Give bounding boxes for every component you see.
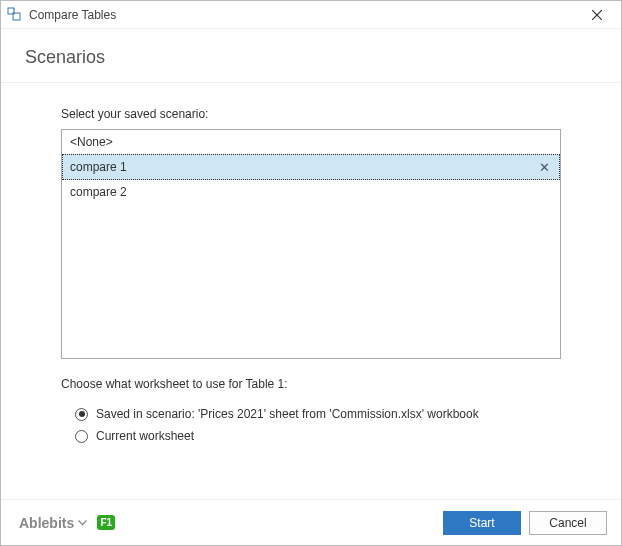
page-title: Scenarios — [25, 47, 597, 68]
scenario-label: Select your saved scenario: — [61, 107, 561, 121]
scenario-item-label: <None> — [70, 135, 113, 149]
cancel-button[interactable]: Cancel — [529, 511, 607, 535]
radio-current-worksheet[interactable]: Current worksheet — [75, 429, 561, 443]
start-button[interactable]: Start — [443, 511, 521, 535]
titlebar: Compare Tables — [1, 1, 621, 29]
radio-saved-scenario[interactable]: Saved in scenario: 'Prices 2021' sheet f… — [75, 407, 561, 421]
worksheet-label: Choose what worksheet to use for Table 1… — [61, 377, 561, 391]
scenario-item-compare-2[interactable]: compare 2 ✕ — [62, 180, 560, 204]
radio-label: Current worksheet — [96, 429, 194, 443]
worksheet-radios: Saved in scenario: 'Prices 2021' sheet f… — [61, 399, 561, 443]
scenario-item-label: compare 2 — [70, 185, 127, 199]
header: Scenarios — [1, 29, 621, 83]
scenario-item-none[interactable]: <None> ✕ — [62, 130, 560, 154]
scenario-item-compare-1[interactable]: compare 1 ✕ — [62, 154, 560, 180]
scenario-item-label: compare 1 — [70, 160, 127, 174]
scenario-listbox[interactable]: <None> ✕ compare 1 ✕ compare 2 ✕ — [61, 129, 561, 359]
radio-icon — [75, 408, 88, 421]
content: Select your saved scenario: <None> ✕ com… — [1, 83, 621, 499]
app-icon — [7, 7, 23, 23]
worksheet-section: Choose what worksheet to use for Table 1… — [61, 377, 561, 443]
brand-menu[interactable]: Ablebits — [19, 515, 87, 531]
footer: Ablebits F1 Start Cancel — [1, 499, 621, 545]
close-button[interactable] — [579, 1, 615, 29]
radio-label: Saved in scenario: 'Prices 2021' sheet f… — [96, 407, 479, 421]
help-button[interactable]: F1 — [97, 515, 115, 530]
window-title: Compare Tables — [29, 8, 579, 22]
brand-label: Ablebits — [19, 515, 74, 531]
delete-scenario-icon[interactable]: ✕ — [536, 159, 552, 175]
radio-icon — [75, 430, 88, 443]
chevron-down-icon — [78, 520, 87, 526]
